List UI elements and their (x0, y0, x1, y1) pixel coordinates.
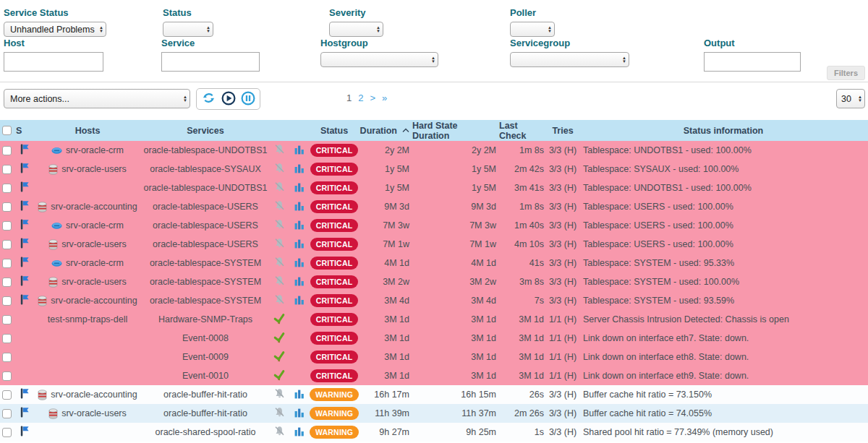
performance-graph-icon[interactable] (294, 182, 305, 194)
row-checkbox[interactable] (2, 409, 12, 418)
servicegroup-select[interactable]: ▲▼ (510, 52, 629, 67)
host-name[interactable]: srv-oracle-users (61, 164, 127, 174)
poller-select[interactable]: ▲▼ (510, 22, 555, 37)
row-checkbox[interactable] (2, 202, 12, 212)
duration: 9h 27m (359, 427, 412, 437)
host-name[interactable]: srv-oracle-crm (66, 145, 124, 155)
pause-button[interactable] (240, 92, 255, 107)
host-name[interactable]: test-snmp-traps-dell (48, 314, 127, 324)
host-name[interactable]: srv-oracle-crm (66, 220, 124, 231)
row-checkbox[interactable] (2, 353, 12, 362)
service-name[interactable]: oracle-tablespace-USERS (153, 220, 258, 231)
service-name[interactable]: oracle-tablespace-UNDOTBS1 (144, 183, 268, 193)
host-name[interactable]: srv-oracle-users (61, 239, 127, 249)
header-duration[interactable]: Duration (359, 126, 412, 136)
notifications-muted-icon (274, 294, 285, 307)
performance-graph-icon[interactable] (294, 220, 305, 232)
service-name[interactable]: oracle-buffer-hit-ratio (163, 408, 247, 418)
performance-graph-icon[interactable] (294, 408, 305, 420)
header-hard-state-duration[interactable]: Hard State Duration (412, 121, 499, 141)
filter-poller: Poller ▲▼ (510, 7, 555, 37)
performance-graph-icon[interactable] (294, 145, 305, 157)
performance-graph-icon[interactable] (294, 163, 305, 176)
severity-select[interactable]: ▲▼ (329, 22, 383, 37)
performance-graph-icon[interactable] (294, 295, 305, 307)
service-name[interactable]: oracle-tablespace-SYSTEM (150, 296, 261, 306)
status-badge: CRITICAL (310, 219, 359, 232)
pagination-page-2[interactable]: 2 (358, 93, 363, 103)
service-name[interactable]: Event-0009 (182, 352, 229, 362)
performance-graph-icon[interactable] (294, 238, 305, 251)
select-all-checkbox[interactable] (2, 126, 12, 135)
performance-graph-icon[interactable] (294, 276, 305, 288)
last-check: 4m 10s (499, 239, 547, 249)
status-information: Tablespace: SYSTEM - used: 93.59% (579, 296, 868, 306)
database-host-icon (38, 390, 47, 400)
row-checkbox[interactable] (2, 278, 12, 287)
row-checkbox[interactable] (2, 390, 12, 400)
service-name[interactable]: oracle-buffer-hit-ratio (163, 390, 247, 400)
performance-graph-icon[interactable] (294, 257, 305, 270)
row-checkbox[interactable] (2, 221, 12, 231)
row-checkbox[interactable] (2, 240, 12, 249)
pagination-last[interactable]: » (382, 93, 387, 103)
hard-state-duration: 4M 1d (412, 258, 499, 268)
hostgroup-select[interactable]: ▲▼ (320, 52, 438, 67)
performance-graph-icon[interactable] (294, 201, 305, 213)
service-name[interactable]: Event-0008 (182, 333, 229, 343)
host-name[interactable]: srv-oracle-users (61, 408, 127, 418)
host-name[interactable]: srv-oracle-accounting (51, 296, 137, 306)
host-name[interactable]: srv-oracle-users (61, 277, 127, 287)
filter-service: Service (161, 38, 260, 72)
acknowledge-flag-icon (20, 257, 29, 270)
row-checkbox[interactable] (2, 371, 12, 381)
header-s[interactable]: S (16, 126, 33, 136)
status-select[interactable]: ▲▼ (163, 22, 213, 37)
filters-button[interactable]: Filters (827, 66, 865, 80)
row-checkbox[interactable] (2, 296, 12, 306)
host-input[interactable] (4, 52, 103, 72)
service-row: srv-oracle-usersoracle-tablespace-SYSAUX… (0, 160, 868, 179)
output-input[interactable] (704, 52, 801, 72)
refresh-button[interactable] (201, 92, 216, 107)
header-last-check[interactable]: Last Check (499, 121, 547, 141)
hard-state-duration: 9M 3d (412, 202, 499, 212)
service-name[interactable]: oracle-tablespace-SYSTEM (150, 258, 261, 268)
row-checkbox[interactable] (2, 315, 12, 324)
host-name[interactable]: srv-oracle-accounting (51, 390, 137, 400)
select-arrows-icon: ▲▼ (99, 26, 103, 33)
performance-graph-icon[interactable] (294, 426, 305, 439)
header-status-information[interactable]: Status information (579, 126, 868, 136)
row-checkbox[interactable] (2, 165, 12, 174)
resume-button[interactable] (221, 92, 236, 107)
service-status-select[interactable]: Unhandled Problems ▲▼ (4, 22, 106, 37)
service-input[interactable] (161, 52, 260, 72)
more-actions-select-wrap: More actions... ▲▼ (4, 89, 190, 108)
header-services[interactable]: Services (142, 126, 269, 136)
service-name[interactable]: oracle-tablespace-USERS (153, 239, 258, 249)
service-name[interactable]: oracle-tablespace-UNDOTBS1 (144, 145, 268, 155)
row-checkbox[interactable] (2, 334, 12, 343)
more-actions-select[interactable]: More actions... ▲▼ (4, 89, 190, 108)
filter-label: Poller (510, 7, 555, 18)
acknowledge-flag-icon (20, 388, 29, 401)
row-checkbox[interactable] (2, 184, 12, 193)
header-tries[interactable]: Tries (547, 126, 579, 136)
pagination-next[interactable]: > (370, 93, 375, 103)
service-name[interactable]: oracle-shared-spool-ratio (156, 427, 256, 437)
row-checkbox[interactable] (2, 259, 12, 268)
service-name[interactable]: oracle-tablespace-SYSTEM (150, 277, 261, 287)
sort-ascending-icon (402, 128, 409, 133)
host-name[interactable]: srv-oracle-crm (66, 258, 124, 268)
row-checkbox[interactable] (2, 146, 12, 155)
header-hosts[interactable]: Hosts (33, 126, 142, 136)
host-name[interactable]: srv-oracle-accounting (51, 202, 137, 212)
service-name[interactable]: oracle-tablespace-SYSAUX (150, 164, 261, 174)
service-name[interactable]: oracle-tablespace-USERS (153, 202, 258, 212)
page-size-select[interactable]: 30 ▲▼ (836, 89, 865, 108)
service-name[interactable]: Event-0010 (182, 371, 229, 381)
row-checkbox[interactable] (2, 428, 12, 437)
service-name[interactable]: Hardware-SNMP-Traps (158, 314, 252, 324)
header-status[interactable]: Status (310, 126, 359, 136)
performance-graph-icon[interactable] (294, 389, 305, 401)
